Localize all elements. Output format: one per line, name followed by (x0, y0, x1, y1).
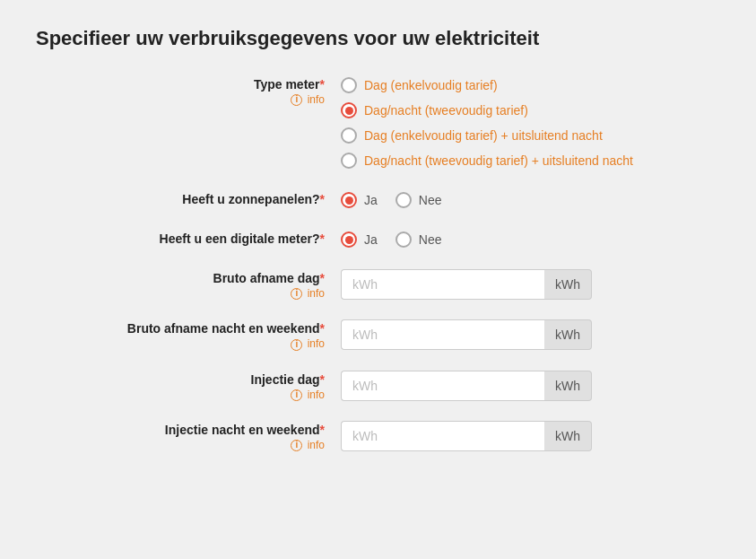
injectie-dag-row: Injectie dag* i info kWh (36, 371, 720, 401)
zonnepanelen-nee[interactable]: Nee (395, 190, 442, 210)
injectie-nacht-info-link[interactable]: i info (36, 439, 325, 451)
zonnepanelen-options: Ja Nee (341, 190, 720, 210)
injectie-dag-required: * (320, 372, 325, 387)
injectie-nacht-input[interactable] (341, 421, 544, 451)
zonnepanelen-ja[interactable]: Ja (341, 190, 378, 210)
radio-circle-3 (341, 127, 357, 144)
bruto-dag-input[interactable] (341, 269, 544, 300)
injectie-nacht-row: Injectie nacht en weekend* i info kWh (36, 421, 720, 451)
bruto-nacht-control: kWh (341, 319, 720, 350)
type-meter-required: * (320, 77, 325, 92)
digitale-meter-row: Heeft u een digitale meter?* Ja Nee (36, 230, 720, 249)
bruto-dag-label-col: Bruto afname dag* i info (36, 269, 341, 300)
digitale-meter-radio-group: Ja Nee (341, 230, 720, 249)
type-meter-option-2[interactable]: Dag/nacht (tweevoudig tarief) (341, 100, 720, 120)
type-meter-option-4[interactable]: Dag/nacht (tweevoudig tarief) + uitsluit… (341, 151, 720, 170)
injectie-nacht-label-col: Injectie nacht en weekend* i info (36, 421, 341, 451)
radio-circle-4 (341, 153, 357, 169)
info-icon-bruto-dag: i (291, 288, 302, 300)
info-icon: i (291, 94, 302, 106)
radio-circle-zon-ja (341, 192, 357, 208)
bruto-dag-suffix: kWh (544, 269, 592, 300)
bruto-nacht-suffix: kWh (544, 319, 592, 350)
info-icon-injectie-nacht: i (291, 440, 302, 451)
zonnepanelen-row: Heeft u zonnepanelen?* Ja Nee (36, 190, 720, 210)
injectie-nacht-label: Injectie nacht en weekend* (165, 423, 325, 437)
zonnepanelen-radio-group: Ja Nee (341, 190, 720, 210)
type-meter-label: Type meter* (254, 77, 325, 92)
bruto-nacht-input-group: kWh (341, 319, 592, 350)
bruto-nacht-label-col: Bruto afname nacht en weekend* i info (36, 319, 341, 350)
injectie-dag-label-col: Injectie dag* i info (36, 371, 341, 401)
info-icon-injectie-dag: i (291, 389, 302, 401)
bruto-nacht-required: * (320, 321, 325, 336)
page-title: Specifieer uw verbruiksgegevens voor uw … (36, 27, 720, 50)
injectie-dag-control: kWh (341, 371, 720, 401)
bruto-nacht-info-link[interactable]: i info (36, 337, 325, 350)
zonnepanelen-label: Heeft u zonnepanelen?* (182, 192, 325, 206)
radio-circle-2 (341, 102, 357, 118)
injectie-nacht-control: kWh (341, 421, 720, 451)
zonnepanelen-required: * (320, 192, 325, 206)
type-meter-info-link[interactable]: i info (36, 93, 325, 106)
injectie-nacht-suffix: kWh (544, 421, 592, 451)
type-meter-row: Type meter* i info Dag (enkelvoudig tari… (36, 75, 720, 170)
injectie-nacht-required: * (320, 423, 325, 437)
injectie-nacht-input-group: kWh (341, 421, 592, 451)
digitale-meter-required: * (320, 231, 325, 246)
injectie-dag-label: Injectie dag* (251, 372, 325, 387)
injectie-dag-input-group: kWh (341, 371, 592, 401)
digitale-meter-label-col: Heeft u een digitale meter?* (36, 230, 341, 246)
radio-circle-zon-nee (395, 192, 412, 208)
digitale-meter-nee[interactable]: Nee (395, 230, 442, 249)
form-section: Type meter* i info Dag (enkelvoudig tari… (36, 75, 720, 451)
bruto-dag-info-link[interactable]: i info (36, 287, 325, 300)
bruto-dag-control: kWh (341, 269, 720, 300)
type-meter-options: Dag (enkelvoudig tarief) Dag/nacht (twee… (341, 75, 720, 170)
radio-circle-1 (341, 77, 357, 93)
injectie-dag-input[interactable] (341, 371, 544, 401)
bruto-nacht-label: Bruto afname nacht en weekend* (127, 321, 325, 336)
type-meter-option-1[interactable]: Dag (enkelvoudig tarief) (341, 75, 720, 95)
zonnepanelen-label-col: Heeft u zonnepanelen?* (36, 190, 341, 206)
digitale-meter-label: Heeft u een digitale meter?* (160, 231, 325, 246)
radio-circle-dig-ja (341, 231, 357, 248)
bruto-nacht-row: Bruto afname nacht en weekend* i info kW… (36, 319, 720, 350)
radio-circle-dig-nee (395, 231, 412, 248)
bruto-dag-row: Bruto afname dag* i info kWh (36, 269, 720, 300)
type-meter-label-col: Type meter* i info (36, 75, 341, 106)
injectie-dag-info-link[interactable]: i info (36, 389, 325, 401)
bruto-dag-required: * (320, 271, 325, 285)
type-meter-option-3[interactable]: Dag (enkelvoudig tarief) + uitsluitend n… (341, 126, 720, 145)
bruto-dag-input-group: kWh (341, 269, 592, 300)
injectie-dag-suffix: kWh (544, 371, 592, 401)
bruto-dag-label: Bruto afname dag* (213, 271, 325, 285)
bruto-nacht-input[interactable] (341, 319, 544, 350)
digitale-meter-options: Ja Nee (341, 230, 720, 249)
info-icon-bruto-nacht: i (291, 339, 302, 351)
digitale-meter-ja[interactable]: Ja (341, 230, 378, 249)
